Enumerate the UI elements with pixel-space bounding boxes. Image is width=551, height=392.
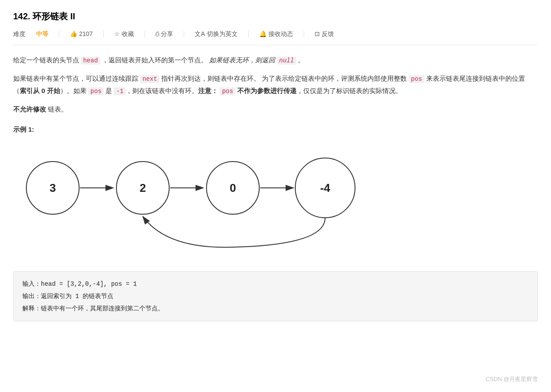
collect-label: 收藏 bbox=[122, 29, 134, 40]
no-modify-bold: 不允许修改 bbox=[13, 105, 46, 113]
node3-value: 0 bbox=[230, 181, 236, 194]
io-box: 输入：head = [3,2,0,-4], pos = 1 输出：返回索引为 1… bbox=[13, 271, 538, 321]
pos-code3: pos bbox=[220, 87, 235, 95]
feedback-button[interactable]: ⊡ 反馈 bbox=[315, 29, 334, 40]
bell-icon: 🔔 bbox=[259, 29, 267, 40]
pos-code2: pos bbox=[88, 87, 104, 95]
linked-list-diagram: 3 2 0 -4 bbox=[13, 140, 409, 263]
desc-p1-italic: 如果链表无环，则返回 bbox=[209, 56, 277, 64]
page-container: 142. 环形链表 II 难度 中等 👍 2107 ☆ 收藏 ⎙ 分享 文A 切… bbox=[0, 0, 551, 392]
head-code: head bbox=[81, 57, 100, 65]
note-bold: 注意： bbox=[198, 87, 218, 94]
desc-p3-end: 链表。 bbox=[46, 105, 68, 113]
like-icon: 👍 bbox=[70, 29, 77, 40]
share-icon: ⎙ bbox=[156, 29, 159, 40]
feedback-label: 反馈 bbox=[322, 29, 334, 40]
star-icon: ☆ bbox=[114, 29, 120, 40]
notify-button[interactable]: 🔔 接收动态 bbox=[259, 29, 293, 40]
node2-value: 2 bbox=[140, 181, 146, 194]
watermark: CSDN @月夜星辉雪 bbox=[486, 374, 538, 384]
difficulty-value: 中等 bbox=[36, 29, 48, 40]
share-button[interactable]: ⎙ 分享 bbox=[156, 29, 173, 40]
share-label: 分享 bbox=[161, 29, 173, 40]
like-button[interactable]: 👍 2107 bbox=[70, 29, 93, 40]
desc-p1-period: 。 bbox=[296, 56, 304, 64]
divider4 bbox=[184, 31, 184, 38]
difficulty-label: 难度 bbox=[13, 29, 25, 40]
io-output: 输出：返回索引为 1 的链表节点 bbox=[22, 290, 529, 302]
cycle-arrow bbox=[143, 216, 325, 247]
node1-value: 3 bbox=[50, 181, 56, 194]
description-para2: 如果链表中有某个节点，可以通过连续跟踪 next 指针再次到达，则链表中存在环。… bbox=[13, 72, 538, 97]
divider bbox=[59, 31, 59, 38]
example1-title: 示例 1: bbox=[13, 124, 538, 135]
note-bold2: 不作为参数进行传递 bbox=[237, 87, 297, 94]
divider5 bbox=[248, 31, 249, 38]
neg1-code: -1 bbox=[114, 87, 126, 95]
null-code: null bbox=[277, 57, 296, 65]
description-para1: 给定一个链表的头节点 head ，返回链表开始入环的第一个节点。 如果链表无环，… bbox=[13, 54, 538, 66]
feedback-icon: ⊡ bbox=[315, 29, 320, 40]
problem-content: 给定一个链表的头节点 head ，返回链表开始入环的第一个节点。 如果链表无环，… bbox=[13, 54, 538, 326]
divider2 bbox=[103, 31, 104, 38]
switch-label: 切换为英文 bbox=[207, 29, 238, 40]
pos-code: pos bbox=[409, 75, 424, 83]
meta-bar: 难度 中等 👍 2107 ☆ 收藏 ⎙ 分享 文A 切换为英文 🔔 接收动态 ⊡ bbox=[13, 29, 538, 45]
like-count: 2107 bbox=[79, 29, 93, 40]
description-para3: 不允许修改 链表。 bbox=[13, 103, 538, 115]
divider6 bbox=[304, 31, 304, 38]
divider3 bbox=[145, 31, 145, 38]
notify-label: 接收动态 bbox=[268, 29, 293, 40]
translate-icon: 文A bbox=[195, 29, 205, 40]
problem-title: 142. 环形链表 II bbox=[13, 9, 538, 24]
io-input: 输入：head = [3,2,0,-4], pos = 1 bbox=[22, 278, 529, 290]
io-explain: 解释：链表中有一个环，其尾部连接到第二个节点。 bbox=[22, 302, 529, 315]
desc-p1-mid: ，返回链表开始入环的第一个节点。 bbox=[100, 56, 207, 64]
next-code: next bbox=[140, 75, 160, 83]
node4-value: -4 bbox=[320, 181, 330, 194]
collect-button[interactable]: ☆ 收藏 bbox=[114, 29, 134, 40]
desc-p1-pre: 给定一个链表的头节点 bbox=[13, 56, 81, 64]
diagram-area: 3 2 0 -4 bbox=[13, 140, 538, 263]
switch-lang-button[interactable]: 文A 切换为英文 bbox=[195, 29, 237, 40]
index-note: 索引从 0 开始 bbox=[20, 87, 60, 94]
